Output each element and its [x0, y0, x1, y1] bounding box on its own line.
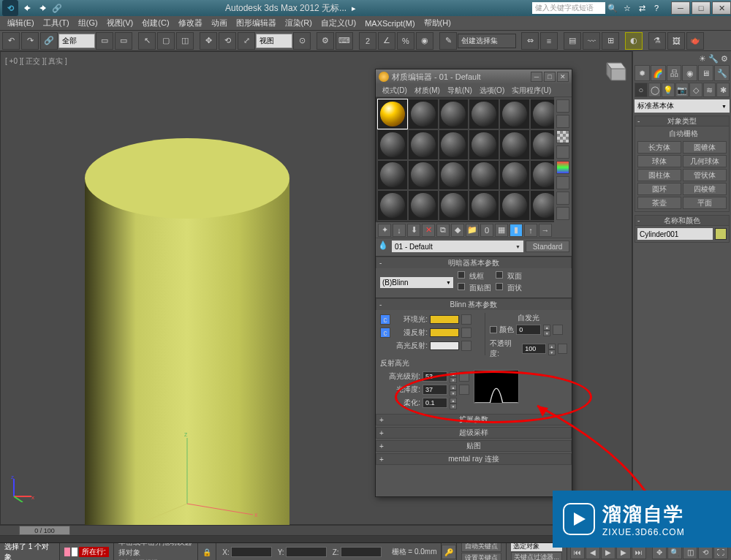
- menu-create[interactable]: 创建(C): [137, 18, 173, 29]
- close-button[interactable]: ✕: [712, 1, 731, 15]
- video-check-button[interactable]: [556, 161, 569, 174]
- material-slot[interactable]: [469, 160, 499, 191]
- soften-spin-buttons[interactable]: ▲▼: [450, 398, 457, 408]
- menu-help[interactable]: 帮助(H): [420, 18, 455, 29]
- tube-button[interactable]: 管状体: [683, 169, 727, 181]
- selfillum-map-button[interactable]: [553, 325, 563, 335]
- undo-button[interactable]: ↶: [2, 32, 20, 50]
- lights-subtab[interactable]: 💡: [662, 83, 675, 97]
- snap-percent-button[interactable]: %: [397, 32, 414, 50]
- space-subtab[interactable]: ≋: [703, 83, 716, 97]
- help-icon[interactable]: ?: [650, 1, 663, 15]
- material-slot[interactable]: [439, 129, 469, 160]
- menu-animation[interactable]: 动画: [207, 18, 232, 29]
- gear-icon[interactable]: ⚙: [721, 54, 728, 64]
- ambient-lock-button[interactable]: c: [380, 314, 390, 325]
- ambient-swatch[interactable]: [430, 315, 459, 324]
- selfillum-color-checkbox[interactable]: [490, 326, 497, 333]
- hierarchy-tab[interactable]: 品: [667, 65, 682, 81]
- material-slot[interactable]: [469, 99, 499, 129]
- cylinder-button[interactable]: 圆柱体: [637, 169, 681, 181]
- put-scene-button[interactable]: ↓: [393, 224, 406, 237]
- opacity-map-button[interactable]: [558, 344, 567, 354]
- wire-checkbox[interactable]: [458, 271, 465, 279]
- me-menu-utilities[interactable]: 实用程序(U): [508, 86, 555, 96]
- curve-editor-button[interactable]: 〰: [583, 32, 600, 50]
- geometry-subtab[interactable]: ○: [635, 83, 648, 97]
- make-unique-button[interactable]: ◆: [451, 224, 464, 237]
- name-color-header[interactable]: -名称和颜色: [635, 215, 730, 226]
- cylinder-object[interactable]: z x y: [85, 138, 289, 531]
- redo-button[interactable]: ↷: [21, 32, 39, 50]
- viewport-label[interactable]: [ +0 ][ 正交 ][ 真实 ]: [5, 56, 67, 67]
- opacity-spinner[interactable]: 100: [522, 344, 546, 354]
- facemap-checkbox[interactable]: [458, 283, 465, 290]
- motion-tab[interactable]: ◉: [682, 65, 697, 81]
- box-button[interactable]: 长方体: [637, 141, 681, 154]
- render-setup-button[interactable]: ⚗: [648, 32, 666, 50]
- rotate-button[interactable]: ⟲: [219, 32, 236, 50]
- filter-dropdown[interactable]: 全部: [58, 34, 95, 48]
- object-type-header[interactable]: -对象类型: [635, 116, 730, 126]
- menu-group[interactable]: 组(G): [74, 18, 102, 29]
- faceted-checkbox[interactable]: [496, 283, 503, 290]
- selfillum-spin-buttons[interactable]: ▲▼: [543, 325, 550, 335]
- render-frame-button[interactable]: 🖼: [667, 32, 685, 50]
- backlight-button[interactable]: [556, 115, 569, 128]
- help-search-input[interactable]: 健入关键字或短语: [532, 2, 605, 14]
- go-sibling-button[interactable]: →: [539, 224, 552, 237]
- gloss-spin-buttons[interactable]: ▲▼: [450, 385, 457, 395]
- undo-arrow-icon[interactable]: [21, 1, 34, 15]
- me-maximize-button[interactable]: □: [544, 72, 556, 82]
- get-material-button[interactable]: ✦: [378, 224, 391, 237]
- lock-button[interactable]: 🔒: [198, 543, 216, 560]
- keymode-button[interactable]: ⌨: [336, 32, 353, 50]
- material-slot[interactable]: [439, 99, 469, 129]
- x-coord-input[interactable]: [231, 547, 272, 557]
- gloss-spinner[interactable]: 37: [423, 385, 447, 395]
- teapot-button[interactable]: 茶壶: [637, 197, 681, 209]
- setkey-button[interactable]: 设置关键点: [461, 553, 501, 561]
- show-map-button[interactable]: ▦: [495, 224, 508, 237]
- edit-sel-button[interactable]: ✎: [439, 32, 457, 50]
- primitive-dropdown[interactable]: 标准基本体: [635, 99, 730, 113]
- cursor-button[interactable]: ↖: [138, 32, 156, 50]
- menu-graph[interactable]: 图形编辑器: [232, 18, 281, 29]
- wrench-icon[interactable]: 🔧: [708, 54, 719, 64]
- me-menu-navigation[interactable]: 导航(N): [444, 86, 476, 96]
- blinn-rollup-header[interactable]: -Blinn 基本参数: [376, 298, 572, 310]
- exchange-icon[interactable]: ⇄: [635, 1, 648, 15]
- named-sel-dropdown[interactable]: 创建选择集: [458, 34, 516, 48]
- make-preview-button[interactable]: [556, 176, 569, 189]
- material-slot[interactable]: [377, 160, 408, 191]
- spec-level-map-button[interactable]: [459, 371, 469, 382]
- sphere-button[interactable]: 球体: [637, 155, 681, 167]
- mirror-button[interactable]: ⇔: [521, 32, 539, 50]
- sample-type-button[interactable]: [556, 99, 569, 113]
- search-help-icon[interactable]: 🔍: [606, 1, 619, 15]
- specular-swatch[interactable]: [430, 341, 459, 350]
- manip-button[interactable]: ⚙: [317, 32, 334, 50]
- make-copy-button[interactable]: ⧉: [436, 224, 450, 237]
- menu-tools[interactable]: 工具(T): [39, 18, 74, 29]
- helpers-subtab[interactable]: ◇: [689, 83, 702, 97]
- region-button[interactable]: ▢: [157, 32, 175, 50]
- shapes-subtab[interactable]: ◯: [648, 83, 662, 97]
- schematic-button[interactable]: ⊞: [602, 32, 619, 50]
- material-slot[interactable]: [499, 190, 530, 221]
- material-name-dropdown[interactable]: 01 - Default: [392, 241, 523, 252]
- mentalray-rollup[interactable]: +mental ray 连接: [376, 453, 572, 465]
- pivot-button[interactable]: ⊙: [293, 32, 311, 50]
- snap-spinner-button[interactable]: ◉: [416, 32, 433, 50]
- object-name-input[interactable]: Cylinder001: [637, 228, 713, 240]
- me-close-button[interactable]: ✕: [557, 72, 569, 82]
- show-end-result-button[interactable]: ▮: [510, 224, 523, 237]
- window-crossing-button[interactable]: ◫: [176, 32, 194, 50]
- move-button[interactable]: ✥: [200, 32, 217, 50]
- selfillum-spinner[interactable]: 0: [516, 325, 541, 335]
- material-slot[interactable]: [408, 160, 439, 191]
- 2sided-checkbox[interactable]: [496, 271, 503, 279]
- script-listener-right-icon[interactable]: [72, 548, 77, 556]
- diffuse-swatch[interactable]: [430, 328, 459, 337]
- me-minimize-button[interactable]: ─: [531, 72, 542, 82]
